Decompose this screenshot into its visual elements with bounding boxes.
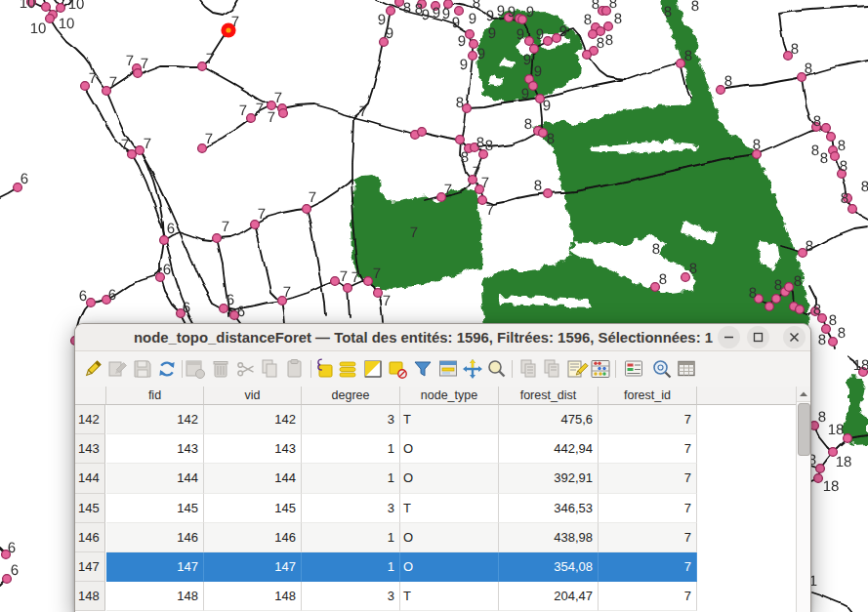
svg-text:7: 7 xyxy=(109,74,117,91)
svg-text:9: 9 xyxy=(469,11,476,27)
svg-text:8: 8 xyxy=(476,135,484,151)
svg-text:6: 6 xyxy=(21,171,28,187)
svg-text:8: 8 xyxy=(534,178,542,194)
svg-text:7: 7 xyxy=(89,70,97,87)
svg-text:9: 9 xyxy=(442,6,450,22)
svg-text:7: 7 xyxy=(283,284,291,301)
svg-text:6: 6 xyxy=(8,540,16,556)
svg-text:8: 8 xyxy=(813,302,821,318)
svg-text:9: 9 xyxy=(488,25,496,42)
svg-text:8: 8 xyxy=(753,137,761,153)
svg-text:9: 9 xyxy=(452,15,460,31)
svg-text:18: 18 xyxy=(823,478,840,495)
svg-text:6: 6 xyxy=(167,221,175,237)
svg-text:9: 9 xyxy=(386,25,393,42)
svg-text:18: 18 xyxy=(828,422,845,438)
svg-text:7: 7 xyxy=(373,265,381,282)
svg-text:7: 7 xyxy=(481,175,489,191)
svg-text:8: 8 xyxy=(524,116,532,133)
svg-text:9: 9 xyxy=(559,23,567,40)
svg-text:9: 9 xyxy=(433,5,440,21)
svg-text:8: 8 xyxy=(592,0,599,13)
svg-text:7: 7 xyxy=(239,102,247,119)
svg-text:18: 18 xyxy=(853,357,868,374)
svg-text:8: 8 xyxy=(652,241,660,258)
svg-text:7: 7 xyxy=(231,14,239,30)
svg-text:9: 9 xyxy=(534,63,542,80)
svg-text:7: 7 xyxy=(444,182,452,198)
svg-text:7: 7 xyxy=(340,268,348,285)
svg-text:8: 8 xyxy=(659,271,667,288)
svg-text:7: 7 xyxy=(351,269,359,286)
svg-text:8: 8 xyxy=(813,113,821,130)
svg-text:7: 7 xyxy=(359,103,367,120)
svg-text:7: 7 xyxy=(205,131,213,147)
svg-text:9: 9 xyxy=(486,8,494,24)
svg-text:8: 8 xyxy=(597,35,604,52)
svg-text:10: 10 xyxy=(68,0,85,13)
svg-text:9: 9 xyxy=(543,98,551,114)
svg-text:8: 8 xyxy=(684,48,692,64)
svg-text:9: 9 xyxy=(477,46,485,62)
svg-text:8: 8 xyxy=(689,261,697,277)
svg-text:8: 8 xyxy=(794,273,802,290)
svg-text:9: 9 xyxy=(460,57,468,73)
svg-text:6: 6 xyxy=(79,288,87,305)
svg-text:10: 10 xyxy=(20,0,36,12)
svg-text:8: 8 xyxy=(473,0,480,12)
svg-text:8: 8 xyxy=(806,238,813,255)
svg-text:8: 8 xyxy=(584,12,592,28)
svg-text:7: 7 xyxy=(144,136,151,152)
svg-text:8: 8 xyxy=(840,158,847,175)
svg-text:8: 8 xyxy=(861,179,868,195)
svg-text:8: 8 xyxy=(791,41,799,58)
svg-text:9: 9 xyxy=(508,4,516,20)
svg-text:8: 8 xyxy=(605,32,613,49)
svg-text:7: 7 xyxy=(126,53,134,69)
svg-text:8: 8 xyxy=(461,149,469,166)
svg-text:7: 7 xyxy=(309,189,316,206)
svg-text:7: 7 xyxy=(274,90,282,106)
svg-text:8: 8 xyxy=(664,4,672,20)
svg-text:7: 7 xyxy=(222,219,229,235)
svg-text:7: 7 xyxy=(383,293,391,309)
svg-text:10: 10 xyxy=(30,20,47,37)
svg-text:18: 18 xyxy=(836,454,852,470)
svg-text:7: 7 xyxy=(206,51,214,67)
svg-text:8: 8 xyxy=(820,150,828,167)
svg-text:7: 7 xyxy=(268,109,275,126)
svg-text:8: 8 xyxy=(485,138,493,154)
svg-text:8: 8 xyxy=(691,0,699,15)
svg-text:9: 9 xyxy=(458,33,466,50)
svg-text:7: 7 xyxy=(121,137,129,153)
svg-text:8: 8 xyxy=(838,138,846,154)
svg-text:8: 8 xyxy=(774,277,782,294)
svg-text:7: 7 xyxy=(256,101,264,117)
svg-text:7: 7 xyxy=(410,224,418,241)
svg-text:8: 8 xyxy=(403,0,411,17)
svg-text:7: 7 xyxy=(473,164,480,181)
svg-text:8: 8 xyxy=(818,332,826,348)
svg-text:8: 8 xyxy=(547,131,555,147)
svg-text:6: 6 xyxy=(227,292,234,308)
svg-text:8: 8 xyxy=(805,61,812,77)
svg-text:7: 7 xyxy=(141,56,148,72)
svg-text:8: 8 xyxy=(811,143,819,159)
svg-text:6: 6 xyxy=(237,304,245,320)
svg-text:6: 6 xyxy=(183,300,190,316)
svg-text:9: 9 xyxy=(523,52,531,68)
svg-text:10: 10 xyxy=(59,16,75,32)
svg-text:7: 7 xyxy=(486,202,494,219)
svg-text:8: 8 xyxy=(724,73,732,90)
svg-text:8: 8 xyxy=(841,190,848,207)
svg-text:6: 6 xyxy=(108,287,116,304)
svg-text:8: 8 xyxy=(749,285,757,302)
svg-text:9: 9 xyxy=(521,86,529,102)
svg-text:6: 6 xyxy=(163,262,171,278)
svg-text:8: 8 xyxy=(456,95,464,111)
svg-text:8: 8 xyxy=(614,11,622,27)
svg-text:8: 8 xyxy=(829,312,837,329)
svg-text:8: 8 xyxy=(415,1,423,18)
svg-text:8: 8 xyxy=(838,325,846,342)
svg-text:8: 8 xyxy=(818,409,826,426)
